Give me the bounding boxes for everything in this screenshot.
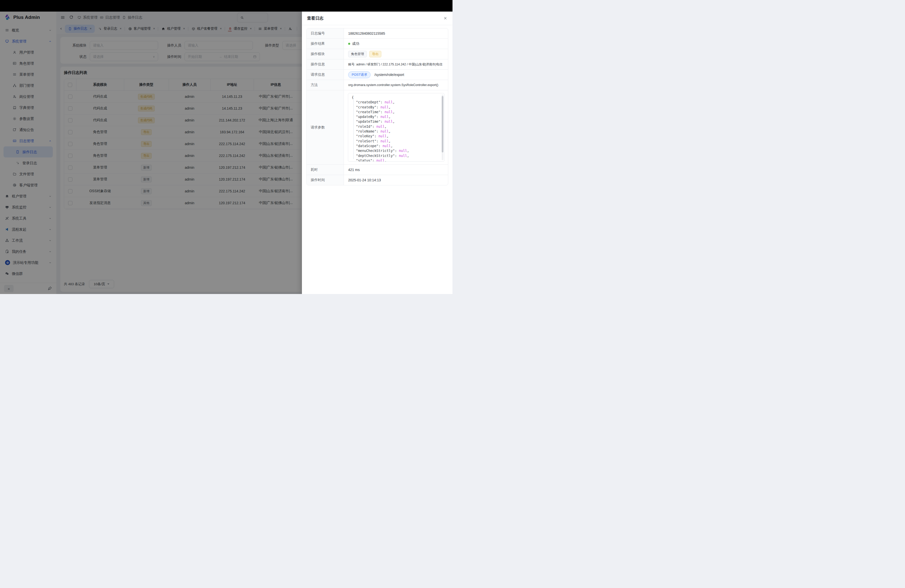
drawer-title: 查看日志: [307, 16, 324, 21]
operation-time-value: 2025-01-24 10:14:13: [344, 175, 448, 185]
log-id-value: 1882612840802115585: [344, 29, 448, 38]
view-log-drawer: 查看日志 日志编号 1882612840802115585 操作结果 成功 操作…: [302, 11, 452, 294]
request-params-json[interactable]: {"createDept": null,"createBy": null,"cr…: [348, 93, 445, 162]
detail-row-method: 方法 org.dromara.system.controller.system.…: [307, 80, 448, 90]
detail-row-id: 日志编号 1882612840802115585: [307, 29, 448, 38]
scrollbar-thumb[interactable]: [442, 96, 443, 153]
detail-row-request: 请求信息 POST请求 /system/role/export: [307, 70, 448, 80]
post-request-tag: POST请求: [348, 72, 370, 78]
success-dot: [348, 43, 350, 45]
cost-value: 421 ms: [344, 165, 448, 175]
export-tag: 导出: [369, 51, 381, 57]
result-value: 成功: [352, 41, 359, 46]
request-url-value: /system/role/export: [374, 73, 404, 77]
system-top-bar: [0, 0, 452, 11]
close-icon[interactable]: [443, 16, 448, 21]
module-tag: 角色管理: [348, 51, 367, 57]
log-detail-table: 日志编号 1882612840802115585 操作结果 成功 操作模块 角色…: [306, 28, 448, 185]
detail-row-info: 操作信息 账号: admin / 研发部门 / 222.175.114.242 …: [307, 59, 448, 70]
drawer-body: 日志编号 1882612840802115585 操作结果 成功 操作模块 角色…: [302, 25, 452, 185]
detail-row-time: 操作时间 2025-01-24 10:14:13: [307, 175, 448, 185]
method-value: org.dromara.system.controller.system.Sys…: [344, 80, 448, 90]
detail-row-params: 请求参数 {"createDept": null,"createBy": nul…: [307, 90, 448, 164]
modal-overlay[interactable]: [0, 0, 302, 294]
detail-row-result: 操作结果 成功: [307, 38, 448, 49]
operation-info-value: 账号: admin / 研发部门 / 222.175.114.242 / 中国|…: [344, 59, 448, 70]
detail-row-module: 操作模块 角色管理 导出: [307, 49, 448, 59]
detail-row-cost: 耗时 421 ms: [307, 164, 448, 175]
drawer-header: 查看日志: [302, 11, 452, 25]
